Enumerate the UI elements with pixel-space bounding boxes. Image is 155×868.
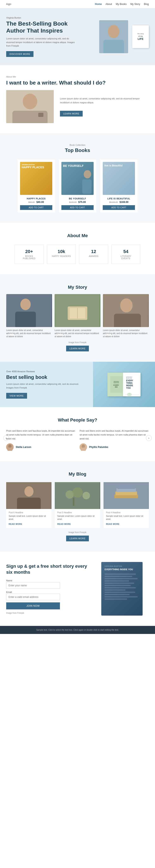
stat-label-3: LITERARY EVENTS [116, 255, 136, 260]
about-learn-more-button[interactable]: LEARN MORE [60, 111, 83, 117]
story-section: My Story 1990 Lorem ipsum dolor sit amet… [0, 274, 155, 362]
blog-image-1 [55, 482, 100, 509]
testimonial-author-1: Phyllis Palumbo [80, 443, 149, 451]
testimonial-name-1: Phyllis Palumbo [89, 446, 108, 448]
hero-description: Lorem ipsum dolor sit amet, consectetur … [6, 37, 76, 48]
about-label: About Me [6, 75, 149, 78]
stat-number-3: 54 [116, 249, 136, 254]
about-section: About Me I want to be a writer. What sho… [0, 65, 155, 133]
about-image [6, 90, 54, 123]
blog-card-0: Post 6 Headline Sample small text. Lorem… [6, 482, 51, 528]
bestsell-title: Best selling book [6, 374, 87, 380]
about-text-content: Lorem ipsum dolor sit amet, consectetur … [60, 97, 149, 117]
bestsell-image: VIRGINIA BURTON EVERYINS VIRGINIA BURTON… [93, 362, 155, 407]
book-cover-3: live is Beautiful [103, 162, 135, 195]
svg-rect-8 [82, 179, 92, 194]
stat-awards: 12 AWARDS [79, 245, 108, 264]
book-title-2: BE YOURSELF [61, 197, 94, 200]
signup-book-text-lines [105, 574, 139, 601]
signup-email-label: Email [6, 591, 60, 593]
signup-title: Sign up & get a free short story every s… [6, 563, 91, 575]
stat-label-2: AWARDS [83, 255, 104, 257]
book-author-1: VIRGINIA BURTON [22, 164, 44, 165]
stat-label-0: BOOKS PUBLISHED [19, 255, 39, 260]
blog-read-more-1[interactable]: READ MORE [57, 523, 71, 525]
svg-rect-38 [118, 485, 135, 489]
svg-point-17 [120, 299, 133, 312]
testimonial-name-0: Stella Larson [16, 446, 31, 448]
signup-join-button[interactable]: JOIN NOW [6, 602, 60, 610]
book-title-1: HAPPY PLACES [20, 197, 52, 200]
bestsell-view-more-button[interactable]: VIEW MORE [6, 393, 27, 399]
blog-learn-more-button[interactable]: LEARN MORE [66, 535, 89, 541]
blog-card-2: Post 4 Headline Sample small text. Lorem… [104, 482, 149, 528]
book-new-price-1: $40.00 [36, 200, 44, 204]
story-title: My Story [6, 285, 149, 290]
signup-email-input[interactable] [6, 594, 60, 600]
hero-photo-inner [99, 20, 128, 53]
testimonial-text-1: Proin sed libero enim sed faucibus turpi… [80, 429, 149, 440]
navbar: logo Home About My Books My Story Blog [0, 0, 155, 8]
testimonials-next-button[interactable]: › [146, 435, 152, 441]
blog-footer: Image from Freepik LEARN MORE [6, 531, 149, 541]
book-cart-btn-1[interactable]: ADD TO CART [20, 205, 52, 210]
bestsell-reviews: Over 4000 Amazon Reviews [6, 370, 87, 373]
story-image-credit: Image from Freepik [6, 341, 149, 344]
book-cart-btn-2[interactable]: ADD TO CART [61, 205, 94, 210]
hero-discover-button[interactable]: DISCOVER MORE [6, 51, 33, 57]
hero-book-cover: The story of my LIFE [132, 25, 149, 48]
book-card-2: BE YOURSELF BE YOURSELF $100.00 $75.00 A… [59, 159, 96, 212]
story-item-2: 2013 Lorem ipsum dolor sit amet, consect… [103, 294, 149, 338]
blog-image-credit: Image from Freepik [6, 531, 149, 533]
bestsell-books: VIRGINIA BURTON EVERYINS VIRGINIA BURTON… [107, 373, 140, 396]
book-old-price-2: $100.00 [69, 201, 77, 203]
stat-books-published: 20+ BOOKS PUBLISHED [15, 245, 44, 264]
bestsell-description: Lorem ipsum dolor sit amet, consectetur … [6, 382, 87, 390]
svg-rect-28 [17, 498, 41, 509]
book-cart-btn-3[interactable]: ADD TO CART [103, 205, 135, 210]
book-name-1: HAPPY PLACES [22, 166, 44, 169]
bestsell-book-2: VIRGINIA BURTON EVERYTHINGINSIDEYOU [123, 373, 140, 396]
story-footer: Image from Freepik LEARN MORE [6, 341, 149, 351]
svg-rect-11 [15, 312, 36, 327]
blog-post-label-2: Post 4 Headline [106, 512, 146, 514]
nav-blog[interactable]: Blog [144, 3, 149, 6]
blog-image-0 [6, 482, 51, 509]
signup-name-group: Name [6, 579, 60, 589]
bestsell-text: Over 4000 Amazon Reviews Best selling bo… [0, 362, 93, 407]
testimonial-author-0: Stella Larson [6, 443, 75, 451]
blog-read-more-0[interactable]: READ MORE [9, 523, 22, 525]
nav-my-books[interactable]: My Books [116, 3, 127, 6]
svg-point-31 [72, 487, 83, 498]
testimonials-section: What People Say? ‹ Proin sed libero enim… [0, 407, 155, 461]
testimonials-container: ‹ Proin sed libero enim sed faucibus tur… [6, 429, 149, 451]
about-row: Lorem ipsum dolor sit amet, consectetur … [6, 90, 149, 123]
books-title: Top Books [6, 148, 149, 153]
stat-label-1: HAPPY READERS [51, 255, 72, 257]
signup-image-credit: Image from Freepik [6, 612, 91, 614]
signup-name-input[interactable] [6, 582, 60, 589]
signup-image-wrap: VIRGINIA BURTON EVERYTHING INSIDE YOU [95, 562, 149, 616]
bestsell-book2-label: VIRGINIA BURTON [126, 376, 137, 379]
story-image-0 [6, 294, 52, 327]
story-grid: 1990 Lorem ipsum dolor sit amet, consect… [6, 294, 149, 338]
hero-title: The Best-Selling Book Author That Inspir… [6, 20, 76, 34]
book-old-price-3: $5169.00 [109, 201, 118, 203]
blog-image-2 [104, 482, 149, 509]
blog-read-more-2[interactable]: READ MORE [106, 523, 120, 525]
book-cover-text-1: VIRGINIA BURTON HAPPY PLACES [22, 164, 44, 169]
blog-post-label-0: Post 6 Headline [9, 512, 49, 514]
nav-my-story[interactable]: My Story [130, 3, 140, 6]
testimonial-0: Proin sed libero enim sed faucibus turpi… [6, 429, 75, 451]
nav-home[interactable]: Home [95, 3, 102, 6]
nav-links: Home About My Books My Story Blog [95, 3, 149, 6]
svg-point-32 [82, 492, 90, 499]
nav-about[interactable]: About [106, 3, 112, 6]
hero-image-wrap: The story of my LIFE [99, 20, 149, 53]
story-learn-more-button[interactable]: LEARN MORE [66, 346, 89, 351]
blog-excerpt-2: Sample small text. Lorem ipsum dolor sit… [106, 515, 146, 521]
books-grid: VIRGINIA BURTON HAPPY PLACES HAPPY PLACE… [6, 159, 149, 212]
stats-section: About Me 20+ BOOKS PUBLISHED 10k HAPPY R… [0, 223, 155, 274]
story-image-2 [103, 294, 149, 327]
story-year-0: 1990 [8, 333, 15, 336]
